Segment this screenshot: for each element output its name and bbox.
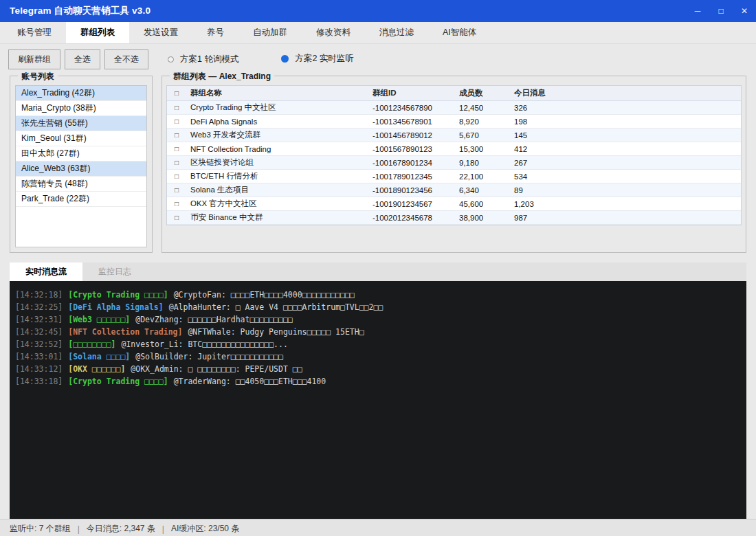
window-title: Telegram 自动聊天营销工具 v3.0 (0, 5, 151, 17)
stream-tab-bar: 实时消息流监控日志 (10, 263, 746, 281)
table-row[interactable]: □币安 Binance 中文群-100201234567838,900987 (167, 211, 741, 225)
message-channel: [Solana □□□□] (68, 352, 130, 361)
radio-button-icon[interactable] (281, 55, 289, 63)
cell-today-messages: 89 (514, 186, 741, 194)
groups-panel-title: 群组列表 — Alex_Trading (170, 71, 274, 82)
row-checkbox-icon[interactable]: □ (167, 172, 186, 180)
console-line: [14:32:45][NFT Collection Trading]@NFTWh… (15, 326, 741, 338)
status-separator: | (162, 524, 164, 534)
main-panels: 账号列表 Alex_Trading (42群)Maria_Crypto (38群… (10, 76, 746, 253)
console-line: [14:32:25][DeFi Alpha Signals]@AlphaHunt… (15, 301, 741, 313)
message-timestamp: [14:33:01] (15, 352, 63, 361)
row-checkbox-icon[interactable]: □ (167, 104, 186, 111)
account-item[interactable]: 张先生营销 (55群) (16, 116, 146, 131)
account-item[interactable]: 陈营销专员 (48群) (16, 177, 146, 192)
cell-group-id: -1001456789012 (373, 131, 459, 139)
row-checkbox-icon[interactable]: □ (167, 159, 186, 166)
radio-button-icon[interactable] (168, 56, 174, 63)
message-console[interactable]: [14:32:18][Crypto Trading □□□□]@CryptoFa… (10, 281, 746, 519)
console-line: [14:33:18][Crypto Trading □□□□]@TraderWa… (15, 375, 741, 388)
account-item[interactable]: Alice_Web3 (63群) (16, 161, 146, 177)
stream-tab[interactable]: 实时消息流 (10, 263, 82, 281)
cell-group-name: NFT Collection Trading (186, 145, 373, 153)
message-text: @NFTWhale: Pudgy Penguins□□□□□ 15ETH□ (188, 327, 364, 337)
nav-tab[interactable]: 养号 (192, 22, 238, 43)
row-checkbox-icon[interactable]: □ (167, 145, 186, 153)
table-row[interactable]: □NFT Collection Trading-100156789012315,… (167, 142, 741, 156)
cell-members: 22,100 (459, 172, 514, 181)
column-header: 成员数 (459, 88, 514, 98)
account-item[interactable]: 田中太郎 (27群) (16, 146, 146, 161)
cell-group-name: Web3 开发者交流群 (186, 130, 373, 140)
close-button[interactable]: ✕ (733, 0, 756, 22)
message-timestamp: [14:32:52] (15, 339, 63, 349)
toolbar-buttons: 刷新群组全选全不选 (8, 49, 153, 69)
console-line: [14:32:18][Crypto Trading □□□□]@CryptoFa… (15, 289, 741, 301)
table-header-row: □群组名称群组ID成员数今日消息 (167, 86, 741, 101)
cell-members: 15,300 (459, 145, 514, 153)
account-item[interactable]: Kim_Seoul (31群) (16, 131, 146, 146)
cell-group-id: -1001345678901 (373, 118, 459, 126)
nav-tab[interactable]: 消息过滤 (365, 22, 428, 43)
cell-group-name: 区块链投资讨论组 (186, 157, 373, 168)
message-channel: [DeFi Alpha Signals] (68, 302, 163, 312)
cell-group-name: OKX 官方中文社区 (186, 199, 373, 209)
table-row[interactable]: □Crypto Trading 中文社区-100123456789012,450… (167, 101, 741, 115)
table-row[interactable]: □Web3 开发者交流群-10014567890125,670145 (167, 129, 741, 142)
toolbar-button[interactable]: 全选 (65, 49, 100, 69)
status-segment: 监听中: 7 个群组 (10, 523, 71, 535)
row-checkbox-icon[interactable]: □ (167, 186, 186, 194)
minimize-button[interactable]: ─ (686, 0, 709, 22)
table-row[interactable]: □OKX 官方中文社区-100190123456745,6001,203 (167, 197, 741, 211)
nav-tab[interactable]: 群组列表 (66, 22, 129, 43)
cell-group-name: 币安 Binance 中文群 (186, 212, 373, 223)
row-checkbox-icon[interactable]: □ (167, 214, 186, 221)
table-row[interactable]: □DeFi Alpha Signals-10013456789018,92019… (167, 115, 741, 129)
nav-tab[interactable]: 自动加群 (238, 22, 302, 43)
account-item[interactable]: Maria_Crypto (38群) (16, 101, 146, 116)
cell-group-name: Crypto Trading 中文社区 (186, 102, 373, 113)
cell-members: 12,450 (459, 104, 514, 112)
console-line: [14:32:52][□□□□□□□□]@Investor_Li: BTC□□□… (15, 338, 741, 350)
account-item[interactable]: Park_Trade (22群) (16, 192, 146, 207)
message-channel: [Crypto Trading □□□□] (68, 290, 168, 300)
row-checkbox-icon[interactable]: □ (167, 118, 186, 125)
table-row[interactable]: □Solana 生态项目-10018901234566,34089 (167, 183, 741, 197)
message-text: @OKX_Admin: □ □□□□□□□□: PEPE/USDT □□ (131, 364, 302, 374)
checkbox-column-header[interactable]: □ (167, 89, 186, 97)
message-timestamp: [14:32:18] (15, 290, 63, 300)
toolbar-button[interactable]: 刷新群组 (8, 49, 60, 69)
maximize-button[interactable]: □ (709, 0, 733, 22)
nav-tab[interactable]: 账号管理 (3, 22, 66, 43)
cell-group-name: Solana 生态项目 (186, 185, 373, 195)
status-separator: | (78, 524, 80, 534)
row-checkbox-icon[interactable]: □ (167, 131, 186, 139)
cell-today-messages: 534 (514, 172, 741, 181)
message-channel: [□□□□□□□□] (68, 339, 115, 349)
message-text: @Investor_Li: BTC□□□□□□□□□□□□□□□... (122, 339, 288, 349)
plan-radio-2[interactable]: 方案2 实时监听 (281, 53, 353, 65)
groups-table: □群组名称群组ID成员数今日消息□Crypto Trading 中文社区-100… (166, 85, 742, 225)
groups-groupbox: 群组列表 — Alex_Trading □群组名称群组ID成员数今日消息□Cry… (162, 76, 746, 253)
row-checkbox-icon[interactable]: □ (167, 200, 186, 208)
plan-radio-1[interactable]: 方案1 轮询模式 (168, 54, 238, 65)
message-timestamp: [14:32:25] (15, 302, 63, 312)
table-row[interactable]: □BTC/ETH 行情分析-100178901234522,100534 (167, 170, 741, 183)
account-item[interactable]: Alex_Trading (42群) (16, 86, 146, 101)
column-header: 今日消息 (514, 88, 741, 98)
table-row[interactable]: □区块链投资讨论组-10016789012349,180267 (167, 156, 741, 170)
cell-group-id: -1001789012345 (373, 172, 459, 181)
cell-members: 8,920 (459, 118, 514, 126)
nav-tab[interactable]: 修改资料 (302, 22, 365, 43)
message-channel: [OKX □□□□□□] (68, 364, 125, 374)
cell-group-name: BTC/ETH 行情分析 (186, 171, 373, 181)
stream-tab[interactable]: 监控日志 (82, 263, 147, 281)
nav-tab[interactable]: AI智能体 (428, 22, 491, 43)
toolbar-button[interactable]: 全不选 (104, 49, 148, 69)
nav-tab[interactable]: 发送设置 (129, 22, 192, 43)
cell-members: 6,340 (459, 186, 514, 194)
cell-today-messages: 326 (514, 104, 741, 112)
cell-today-messages: 267 (514, 159, 741, 167)
plan-radio-group: 方案1 轮询模式方案2 实时监听 (153, 53, 354, 65)
message-text: @TraderWang: □□4050□□□ETH□□□4100 (174, 377, 326, 386)
